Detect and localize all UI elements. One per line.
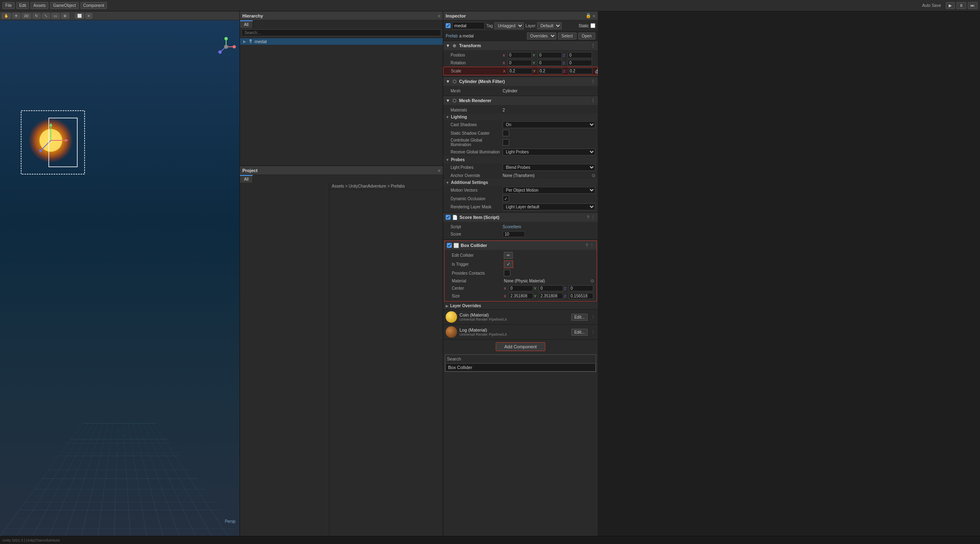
- anchor-override-pick-icon[interactable]: ⊙: [592, 173, 595, 178]
- scale-x-input[interactable]: [508, 68, 532, 74]
- dynamic-occlusion-checkbox[interactable]: ✓: [503, 195, 509, 202]
- inspector-menu-icon[interactable]: ≡: [593, 13, 595, 18]
- hierarchy-item-medal[interactable]: ▶ 🎖 medal: [240, 38, 443, 45]
- inspector-name-input[interactable]: [452, 22, 485, 29]
- medal-scene-object[interactable]: [24, 114, 77, 168]
- inspector-lock-icon[interactable]: 🔒: [586, 13, 591, 18]
- pos-z-input[interactable]: [568, 52, 592, 58]
- toolbar-gameobject-btn[interactable]: GameObject: [50, 2, 78, 9]
- probes-foldout[interactable]: ▼ Probes: [443, 156, 598, 163]
- pos-x-input[interactable]: [507, 52, 532, 58]
- center-x-input[interactable]: [509, 285, 533, 291]
- toolbar-component-btn[interactable]: Component: [81, 2, 107, 9]
- score-value-input[interactable]: [503, 231, 525, 237]
- provides-contacts-checkbox[interactable]: [504, 270, 510, 276]
- mesh-filter-header[interactable]: ▼ ⬡ Cylinder (Mesh Filter) ⋮: [443, 77, 598, 86]
- rot-y-input[interactable]: [538, 60, 562, 66]
- scene-scale-tool[interactable]: ⤡: [42, 13, 50, 19]
- collider-material-pick[interactable]: ⊙: [590, 278, 594, 284]
- score-item-header[interactable]: 📄 Score Item (Script) ? ⋮: [443, 213, 598, 222]
- scene-transform-tool[interactable]: ⊕: [61, 13, 69, 19]
- transform-settings-icon[interactable]: ⋮: [591, 43, 595, 48]
- box-collider-help-icon[interactable]: ?: [586, 243, 588, 248]
- rendering-layer-select[interactable]: Light Layer default: [503, 203, 595, 210]
- inspector-static-checkbox[interactable]: [590, 23, 595, 28]
- box-collider-header[interactable]: ⬜ Box Collider ? ⋮: [444, 241, 597, 250]
- center-y-input[interactable]: [539, 285, 563, 291]
- component-search-input[interactable]: [445, 363, 596, 371]
- mesh-filter-settings-icon[interactable]: ⋮: [591, 79, 595, 84]
- rot-z-input[interactable]: [568, 60, 592, 66]
- coin-material-info: Coin (Material) Universal Render Pipelin…: [460, 312, 569, 321]
- cast-shadows-select[interactable]: On: [503, 121, 595, 128]
- mesh-renderer-settings-icon[interactable]: ⋮: [591, 98, 595, 103]
- static-shadow-checkbox[interactable]: [503, 130, 509, 136]
- box-collider-settings-icon[interactable]: ⋮: [590, 243, 594, 248]
- light-probes-select[interactable]: Blend Probes: [503, 164, 595, 171]
- box-collider-enabled[interactable]: [447, 243, 452, 248]
- coin-material-settings-icon[interactable]: ⋮: [591, 315, 595, 320]
- project-menu-icon[interactable]: ≡: [438, 168, 440, 173]
- transform-header[interactable]: ▼ ⊕ Transform ⋮: [443, 41, 598, 50]
- toolbar-step-btn[interactable]: ⏭: [968, 2, 978, 9]
- scene-gizmos-btn[interactable]: ⬜: [75, 13, 84, 19]
- inspector-tag-select[interactable]: Untagged: [494, 22, 524, 29]
- score-item-enabled[interactable]: [446, 215, 451, 220]
- motion-vectors-row: Motion Vectors Per Object Motion: [443, 186, 598, 194]
- svg-point-3: [233, 45, 236, 48]
- lighting-foldout[interactable]: ▼ Lighting: [443, 114, 598, 120]
- select-btn[interactable]: Select: [558, 33, 577, 39]
- size-z-input[interactable]: [569, 293, 593, 299]
- project-tabs: All: [240, 175, 443, 183]
- edit-collider-btn[interactable]: ✏: [504, 252, 513, 259]
- additional-settings-foldout[interactable]: ▼ Additional Settings: [443, 179, 598, 186]
- hierarchy-tabs: All: [240, 20, 443, 28]
- scale-link-icon[interactable]: 🔗: [595, 68, 598, 74]
- toolbar-edit-btn[interactable]: Edit: [16, 2, 29, 9]
- layer-overrides-foldout[interactable]: ▶ Layer Overrides: [443, 302, 598, 309]
- toolbar-file-btn[interactable]: File: [2, 2, 15, 9]
- scene-hand-tool[interactable]: ✋: [2, 13, 11, 19]
- overrides-select[interactable]: Overrides: [527, 33, 556, 39]
- log-material-edit-btn[interactable]: Edit...: [571, 329, 588, 336]
- motion-vectors-select[interactable]: Per Object Motion: [503, 187, 595, 194]
- hierarchy-search-input[interactable]: [242, 29, 441, 36]
- scale-y-input[interactable]: [538, 68, 562, 74]
- scale-z-input[interactable]: [568, 68, 592, 74]
- hierarchy-menu-icon[interactable]: ≡: [438, 13, 440, 18]
- rot-x-input[interactable]: [507, 60, 532, 66]
- score-item-help-icon[interactable]: ?: [587, 215, 589, 220]
- contribute-gi-checkbox[interactable]: [503, 139, 509, 146]
- pos-y-input[interactable]: [538, 52, 562, 58]
- toolbar-play-btn[interactable]: ▶: [946, 2, 955, 9]
- scene-2d-btn[interactable]: 2D: [22, 13, 31, 19]
- mesh-renderer-header[interactable]: ▼ ⬡ Mesh Renderer ⋮: [443, 96, 598, 105]
- toolbar-assets-btn[interactable]: Assets: [30, 2, 48, 9]
- score-item-settings-icon[interactable]: ⋮: [591, 215, 595, 220]
- size-x-input[interactable]: [509, 293, 533, 299]
- inspector-layer-select[interactable]: Default: [537, 22, 562, 29]
- toolbar-pause-btn[interactable]: ⏸: [956, 2, 966, 9]
- is-trigger-row: Is Trigger ✓: [444, 260, 597, 269]
- project-tab-all[interactable]: All: [240, 175, 253, 183]
- log-material-settings-icon[interactable]: ⋮: [591, 330, 595, 335]
- layer-overrides-title: Layer Overrides: [450, 304, 481, 308]
- size-y-input[interactable]: [539, 293, 563, 299]
- scene-rotate-tool[interactable]: ↻: [33, 13, 41, 19]
- inspector-active-checkbox[interactable]: [446, 23, 451, 28]
- is-trigger-check: ✓: [507, 262, 510, 267]
- inspector-tag-label: Tag: [486, 24, 493, 28]
- open-btn[interactable]: Open: [578, 33, 595, 39]
- receive-gi-select[interactable]: Light Probes: [503, 149, 595, 155]
- scene-move-tool[interactable]: ✛: [12, 13, 20, 19]
- scene-layers-btn[interactable]: ≡: [85, 13, 92, 19]
- transform-icon: ⊕: [452, 43, 457, 48]
- center-z-input[interactable]: [569, 285, 593, 291]
- is-trigger-checkbox-container[interactable]: ✓: [504, 260, 513, 268]
- coin-material-edit-btn[interactable]: Edit...: [571, 314, 588, 321]
- add-component-btn[interactable]: Add Component: [496, 342, 545, 351]
- inspector-object-header: Tag Untagged Layer Default Static: [443, 20, 598, 31]
- scene-rect-tool[interactable]: ▭: [51, 13, 60, 19]
- scene-canvas[interactable]: Persp: [0, 20, 240, 536]
- hierarchy-tab-all[interactable]: All: [240, 20, 253, 28]
